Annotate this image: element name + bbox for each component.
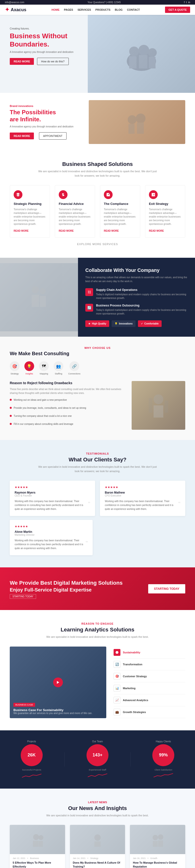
learning-item-5[interactable]: 💼 Growth Strategies xyxy=(114,706,185,718)
exit-icon xyxy=(149,190,158,199)
testimonials-row2: ★★★★★ Alove Martin Marketing Director " … xyxy=(10,520,185,555)
badge-comfortable[interactable]: ✓ Comfortable xyxy=(138,320,162,327)
top-bar-phone: Your Questions? (+800) 12345 xyxy=(87,1,121,4)
get-quote-button[interactable]: GET A QUOTE xyxy=(165,7,190,13)
cta-sub: STARTING TODAY xyxy=(10,595,122,598)
tab-strategy[interactable]: 🎯 Strategy xyxy=(10,361,20,375)
cta-banner: We Provide Best Digital Marketing Soluti… xyxy=(0,567,195,610)
learning-pretitle: REASON TO ENGAGE xyxy=(10,622,185,625)
bullet-1: Working out on ideas and gain a new pers… xyxy=(10,398,124,405)
hero-readmore-button[interactable]: READ MORE xyxy=(10,58,34,65)
news-illustration-2 xyxy=(90,832,105,847)
card-compliance: The Compliance Tomorrow's challenge mark… xyxy=(100,185,140,238)
bullet-text-2: Provide you leverage, tools, consultants… xyxy=(13,406,86,410)
test-card-1: ★★★★★ Raymon Myers CEO & Founder " Worki… xyxy=(10,480,95,516)
tab-staffing[interactable]: 👥 Staffing xyxy=(54,361,63,375)
svg-rect-9 xyxy=(129,124,135,134)
nav-pages[interactable]: PAGES xyxy=(64,8,73,11)
news-title: Our News And Insights xyxy=(10,805,185,811)
quote-icon-3: " xyxy=(86,539,88,548)
badge-comfortable-label: Comfortable xyxy=(144,322,159,325)
tw-icon[interactable]: t xyxy=(186,1,187,4)
consulting-pretitle: WHY CHOOSE US xyxy=(10,346,185,349)
svg-point-13 xyxy=(40,288,46,294)
svg-rect-5 xyxy=(139,55,147,68)
learning-item-2[interactable]: 🎯 Customer Strategy xyxy=(114,671,185,682)
collab-item-1-text: Supply Chain And Operations Today's digi… xyxy=(96,288,188,300)
collab-item-2: 🔄 Business Process Outsourcing Today's d… xyxy=(85,304,188,315)
explore-services-link[interactable]: EXPLORE MORE SERVICES xyxy=(10,243,185,246)
top-bar: info@axacus.com Your Questions? (+800) 1… xyxy=(0,0,195,5)
comfortable-icon: ✓ xyxy=(141,322,143,325)
news-card-1: Jan 12, 2021 • Business 5 Effective Ways… xyxy=(10,825,65,868)
test-role-1: CEO & Founder xyxy=(15,494,90,497)
news-meta-1: Jan 12, 2021 • Business xyxy=(13,857,62,860)
top-bar-email: info@axacus.com xyxy=(5,1,24,4)
stat-projects-sublabel: Successful Projects xyxy=(21,769,43,771)
nav-links: HOME PAGES SERVICES PRODUCTS BLOG CONTAC… xyxy=(51,8,140,11)
test-name-3: Alove Martin xyxy=(15,530,88,533)
innovations-icon: 💡 xyxy=(115,322,117,325)
svg-rect-16 xyxy=(154,405,163,417)
connections-icon: 🔗 xyxy=(69,361,79,371)
test-stars-3: ★★★★★ xyxy=(15,525,88,528)
nav-home[interactable]: HOME xyxy=(51,8,59,11)
card-financial-readmore[interactable]: READ MORE xyxy=(59,229,74,232)
learning-video: BUSINESS CASE Business Case For Sustaina… xyxy=(10,647,106,718)
cta-button[interactable]: STARTING TODAY xyxy=(148,584,185,593)
learning-item-3[interactable]: 📊 Marketing xyxy=(114,682,185,694)
news-image-3 xyxy=(130,825,185,854)
tab-connections-label: Connections xyxy=(68,372,80,375)
stats-section: Projects 26K Successful Projects Our Tea… xyxy=(0,731,195,788)
hero-section2: Brand innovations The Possibilities are … xyxy=(0,93,195,149)
card-financial-title: Financial Advice xyxy=(59,202,91,206)
learning-item-0[interactable]: Sustainability xyxy=(114,647,185,658)
quote-icon-1: " xyxy=(88,499,90,509)
play-button[interactable] xyxy=(53,678,63,687)
quality-icon: ★ xyxy=(88,322,90,325)
nav-contact[interactable]: CONTACT xyxy=(127,8,140,11)
learning-item-0-label: Sustainability xyxy=(123,651,140,654)
learning-item-2-label: Customer Strategy xyxy=(123,675,147,678)
stat-team-chart xyxy=(88,773,107,778)
badge-innovations-label: Innovations xyxy=(119,322,133,325)
news-category-2: Strategy xyxy=(90,857,99,860)
card-exit-title: Exit Strategy xyxy=(149,202,182,206)
nav-products[interactable]: PRODUCTS xyxy=(95,8,110,11)
card-exit: Exit Strategy Tomorrow's challenge marke… xyxy=(145,185,185,238)
svg-rect-22 xyxy=(38,841,43,847)
news-image-1 xyxy=(10,825,65,854)
badge-innovations[interactable]: 💡 Innovations xyxy=(112,320,136,327)
learning-item-1[interactable]: 🔄 Transformation xyxy=(114,658,185,671)
tab-connections[interactable]: 🔗 Connections xyxy=(68,361,80,375)
hero-howto-button[interactable]: How do we do this? xyxy=(37,58,69,65)
fb-icon[interactable]: f xyxy=(184,1,185,4)
hero-right xyxy=(88,15,195,93)
learning-item-4-label: Advanced Analytics xyxy=(123,699,148,702)
starting-today-link[interactable]: STARTING TODAY xyxy=(10,594,36,599)
hero2-right-image xyxy=(89,100,185,144)
hero2-appt-button[interactable]: APPOINTMENT xyxy=(39,132,66,140)
badge-quality[interactable]: ★ High Quality xyxy=(85,320,109,327)
svg-point-25 xyxy=(152,835,158,840)
logo-text: Axacus xyxy=(11,7,26,12)
stat-clients-label: Happy Clients xyxy=(152,740,174,743)
hero2-readmore-button[interactable]: READ MORE xyxy=(10,132,34,140)
learning-item-4[interactable]: 📈 Advanced Analytics xyxy=(114,694,185,706)
svg-rect-6 xyxy=(149,57,156,68)
card-compliance-readmore[interactable]: READ MORE xyxy=(104,229,119,232)
learning-item-5-icon: 💼 xyxy=(114,709,120,715)
learning-content: BUSINESS CASE Business Case For Sustaina… xyxy=(10,647,185,718)
nav-blog[interactable]: BLOG xyxy=(115,8,122,11)
in-icon[interactable]: in xyxy=(188,1,190,4)
card-strategic-readmore[interactable]: READ MORE xyxy=(13,229,29,232)
bullet-3: Turning the company about that could a l… xyxy=(10,414,124,421)
card-exit-readmore[interactable]: READ MORE xyxy=(149,229,164,232)
test-quote-2: " Working with this company has been tra… xyxy=(105,499,180,511)
svg-rect-12 xyxy=(32,295,39,307)
news-body-3: Jan 16, 2021 • Growth How To Manage Busi… xyxy=(130,854,185,868)
tab-insights[interactable]: 💡 Insights xyxy=(24,361,34,375)
nav-services[interactable]: SERVICES xyxy=(78,8,91,11)
tab-mapping[interactable]: 🗺 Mapping xyxy=(39,361,49,375)
hero-section: Creating futures. Business Without Bound… xyxy=(0,15,195,93)
